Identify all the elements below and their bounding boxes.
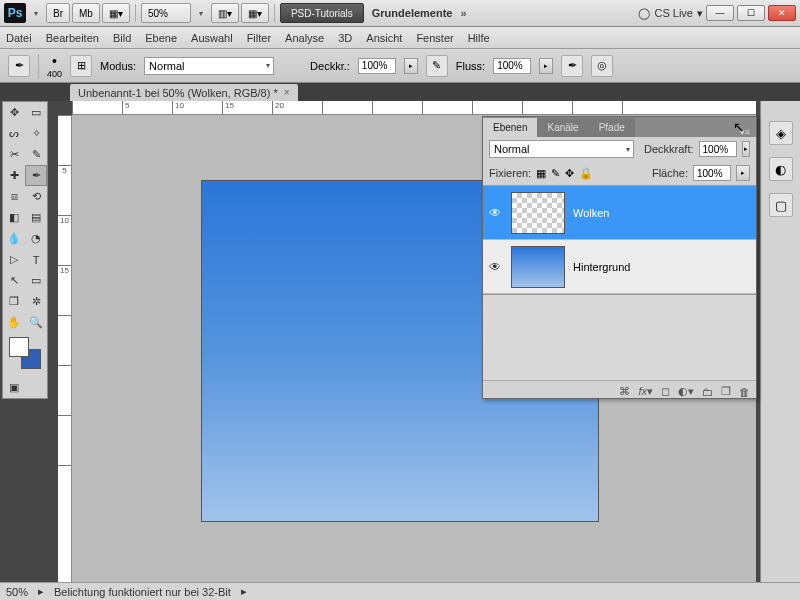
zoom-dropdown[interactable]: 50% (141, 3, 191, 23)
dock-paths-icon[interactable]: ▢ (769, 193, 793, 217)
brush-panel-toggle[interactable]: ⊞ (70, 55, 92, 77)
screen-mode-button[interactable]: ▥▾ (211, 3, 239, 23)
flow-flyout[interactable]: ▸ (539, 58, 553, 74)
maximize-button[interactable]: ☐ (737, 5, 765, 21)
move-tool[interactable]: ✥ (3, 102, 25, 123)
brush-tool[interactable]: ✒ (25, 165, 47, 186)
shape-tool[interactable]: ▭ (25, 270, 47, 291)
tablet-opacity-icon[interactable]: ✎ (426, 55, 448, 77)
menu-auswahl[interactable]: Auswahl (191, 32, 233, 44)
visibility-icon[interactable]: 👁 (489, 260, 503, 274)
quickmask-button[interactable]: ▣ (3, 377, 25, 398)
layer-name[interactable]: Hintergrund (573, 261, 630, 273)
menu-filter[interactable]: Filter (247, 32, 271, 44)
menu-ebene[interactable]: Ebene (145, 32, 177, 44)
arrange-button[interactable]: ▦▾ (102, 3, 130, 23)
menu-bearbeiten[interactable]: Bearbeiten (46, 32, 99, 44)
tablet-size-icon[interactable]: ◎ (591, 55, 613, 77)
eyedropper-tool[interactable]: ✎ (25, 144, 47, 165)
flow-input[interactable]: 100% (493, 58, 531, 74)
crop-tool[interactable]: ✂ (3, 144, 25, 165)
minimize-button[interactable]: — (706, 5, 734, 21)
lock-paint-icon[interactable]: ✎ (551, 167, 560, 180)
menu-datei[interactable]: Datei (6, 32, 32, 44)
document-tab-strip: Unbenannt-1 bei 50% (Wolken, RGB/8) *× (0, 83, 800, 101)
layer-thumbnail[interactable] (511, 192, 565, 234)
layer-list-empty-area[interactable] (483, 295, 756, 380)
visibility-icon[interactable]: 👁 (489, 206, 503, 220)
document-tab[interactable]: Unbenannt-1 bei 50% (Wolken, RGB/8) *× (70, 84, 298, 101)
airbrush-icon[interactable]: ✒ (561, 55, 583, 77)
opacity-flyout[interactable]: ▸ (404, 58, 418, 74)
layer-opacity-flyout[interactable]: ▸ (742, 141, 750, 157)
opacity-input[interactable]: 100% (358, 58, 396, 74)
eraser-tool[interactable]: ◧ (3, 207, 25, 228)
menu-bild[interactable]: Bild (113, 32, 131, 44)
tab-kanaele[interactable]: Kanäle (537, 118, 588, 137)
new-layer-icon[interactable]: ❐ (721, 385, 731, 398)
link-layers-icon[interactable]: ⌘ (619, 385, 630, 398)
layer-opacity-input[interactable]: 100% (699, 141, 737, 157)
layer-name[interactable]: Wolken (573, 207, 609, 219)
tool-preset-icon[interactable]: ✒ (8, 55, 30, 77)
new-group-icon[interactable]: 🗀 (702, 386, 713, 398)
tab-close-icon[interactable]: × (284, 87, 290, 98)
layer-mask-icon[interactable]: ◻ (661, 385, 670, 398)
3d-tool[interactable]: ❒ (3, 291, 25, 312)
delete-layer-icon[interactable]: 🗑 (739, 386, 750, 398)
color-swatches[interactable] (3, 333, 47, 377)
3d-camera-tool[interactable]: ✲ (25, 291, 47, 312)
layer-fill-input[interactable]: 100% (693, 165, 731, 181)
app-menu-dropdown[interactable]: ▾ (28, 3, 44, 23)
blend-mode-dropdown[interactable]: Normal (144, 57, 274, 75)
blur-tool[interactable]: 💧 (3, 228, 25, 249)
layer-thumbnail[interactable] (511, 246, 565, 288)
menu-ansicht[interactable]: Ansicht (366, 32, 402, 44)
pen-tool[interactable]: ▷ (3, 249, 25, 270)
zoom-tool[interactable]: 🔍 (25, 312, 47, 333)
dodge-tool[interactable]: ◔ (25, 228, 47, 249)
stamp-tool[interactable]: ⧇ (3, 186, 25, 207)
menu-fenster[interactable]: Fenster (416, 32, 453, 44)
type-tool[interactable]: T (25, 249, 47, 270)
cslive-button[interactable]: ◯ CS Live ▾ (638, 7, 703, 20)
foreground-color-swatch[interactable] (9, 337, 29, 357)
workspace-more-button[interactable]: » (460, 7, 466, 19)
panel-menu-icon[interactable]: ▾≡ (734, 127, 756, 137)
lock-move-icon[interactable]: ✥ (565, 167, 574, 180)
layer-fill-flyout[interactable]: ▸ (736, 165, 750, 181)
adjustment-layer-icon[interactable]: ◐▾ (678, 385, 694, 398)
wand-tool[interactable]: ✧ (25, 123, 47, 144)
workspace-grundelemente-label[interactable]: Grundelemente (366, 7, 459, 19)
layer-row[interactable]: 👁 Hintergrund (483, 240, 756, 294)
history-brush-tool[interactable]: ⟲ (25, 186, 47, 207)
extras-button[interactable]: ▦▾ (241, 3, 269, 23)
minibridge-button[interactable]: Mb (72, 3, 100, 23)
menu-analyse[interactable]: Analyse (285, 32, 324, 44)
zoom-dropdown-arrow[interactable]: ▾ (193, 3, 209, 23)
layer-fx-icon[interactable]: fx▾ (638, 385, 653, 398)
fill-label: Fläche: (652, 167, 688, 179)
lock-transparency-icon[interactable]: ▦ (536, 167, 546, 180)
healing-tool[interactable]: ✚ (3, 165, 25, 186)
dock-adjustments-icon[interactable]: ◐ (769, 157, 793, 181)
close-button[interactable]: ✕ (768, 5, 796, 21)
layer-row[interactable]: 👁 Wolken (483, 186, 756, 240)
menu-hilfe[interactable]: Hilfe (468, 32, 490, 44)
title-bar: Ps ▾ Br Mb ▦▾ 50% ▾ ▥▾ ▦▾ PSD-Tutorials … (0, 0, 800, 27)
path-select-tool[interactable]: ↖ (3, 270, 25, 291)
status-zoom[interactable]: 50% (6, 586, 28, 598)
brush-preview[interactable]: •400 (47, 53, 62, 79)
bridge-button[interactable]: Br (46, 3, 70, 23)
tab-ebenen[interactable]: Ebenen (483, 118, 537, 137)
tab-pfade[interactable]: Pfade (589, 118, 635, 137)
menu-3d[interactable]: 3D (338, 32, 352, 44)
layer-blend-dropdown[interactable]: Normal (489, 140, 634, 158)
dock-layers-icon[interactable]: ◈ (769, 121, 793, 145)
workspace-psdtutorials-button[interactable]: PSD-Tutorials (280, 3, 364, 23)
lasso-tool[interactable]: ᔕ (3, 123, 25, 144)
gradient-tool[interactable]: ▤ (25, 207, 47, 228)
marquee-tool[interactable]: ▭ (25, 102, 47, 123)
lock-all-icon[interactable]: 🔒 (579, 167, 593, 180)
hand-tool[interactable]: ✋ (3, 312, 25, 333)
